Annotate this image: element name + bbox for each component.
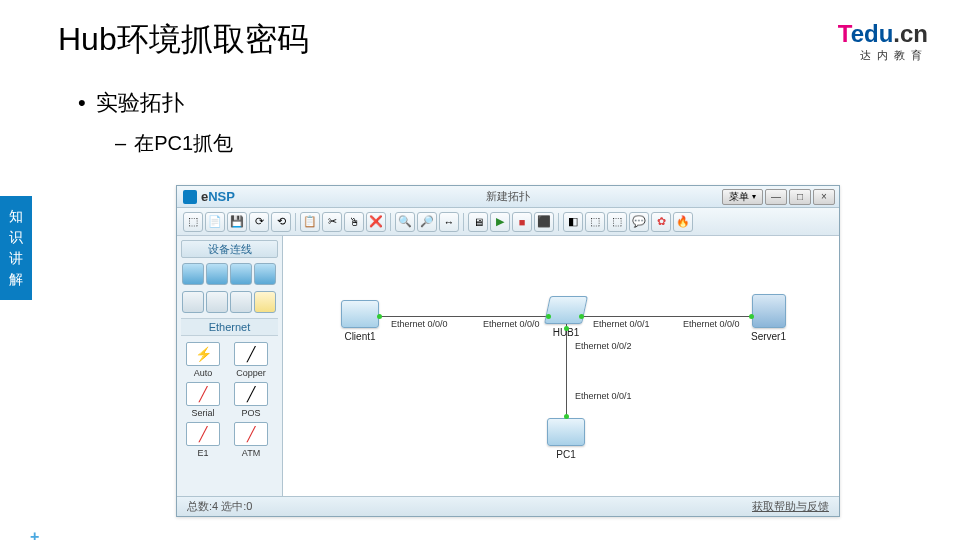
window-title: 新建拓扑: [486, 189, 530, 204]
client-icon: [341, 300, 379, 328]
palette-header: 设备连线: [181, 240, 278, 258]
status-count: 总数:4 选中:0: [187, 499, 252, 514]
titlebar[interactable]: eNSP 新建拓扑 菜单▾ — □ ×: [177, 186, 839, 208]
cat-pc-icon[interactable]: [182, 291, 204, 313]
tool-stop[interactable]: ■: [512, 212, 532, 232]
separator: [295, 213, 296, 231]
atm-icon: ╱: [234, 422, 268, 446]
conn-auto[interactable]: ⚡Auto: [181, 342, 225, 378]
cat-switch-icon[interactable]: [206, 263, 228, 285]
tool-capture[interactable]: ⬛: [534, 212, 554, 232]
category-row: [177, 260, 282, 288]
separator: [390, 213, 391, 231]
port-dot: [579, 314, 584, 319]
tool-cut[interactable]: ✂: [322, 212, 342, 232]
tool-chat[interactable]: 💬: [629, 212, 649, 232]
connection-list: ⚡Auto ╱Copper ╱Serial ╱POS ╱E1 ╱ATM: [177, 338, 282, 496]
port-label: Ethernet 0/0/2: [575, 341, 632, 351]
logo-subtitle: 达内教育: [838, 48, 928, 63]
port-label: Ethernet 0/0/0: [683, 319, 740, 329]
logo-cn: .cn: [893, 20, 928, 47]
close-button[interactable]: ×: [813, 189, 835, 205]
port-label: Ethernet 0/0/1: [575, 391, 632, 401]
conn-atm[interactable]: ╱ATM: [229, 422, 273, 458]
tool-select[interactable]: 🖱: [344, 212, 364, 232]
side-tab-knowledge: 知识讲解: [0, 196, 32, 300]
bullet-topology: 实验拓扑: [78, 88, 184, 118]
cat-device-icon[interactable]: [230, 291, 252, 313]
ensp-window: eNSP 新建拓扑 菜单▾ — □ × ⬚ 📄 💾 ⟳ ⟲ 📋 ✂ 🖱 ❌ 🔍 …: [176, 185, 840, 517]
tool-settings[interactable]: ✿: [651, 212, 671, 232]
plus-icon: +: [8, 536, 28, 540]
pc-icon: [547, 418, 585, 446]
port-dot: [546, 314, 551, 319]
conn-copper[interactable]: ╱Copper: [229, 342, 273, 378]
bullet-capture: 在PC1抓包: [115, 130, 233, 157]
tool-zoomout[interactable]: 🔎: [417, 212, 437, 232]
page-title: Hub环境抓取密码: [58, 18, 309, 62]
cat-wlan-icon[interactable]: [230, 263, 252, 285]
line-icon: ╱: [234, 342, 268, 366]
tool-paste[interactable]: 📋: [300, 212, 320, 232]
category-row: [177, 288, 282, 316]
app-icon: [183, 190, 197, 204]
separator: [463, 213, 464, 231]
port-dot: [564, 414, 569, 419]
separator: [558, 213, 559, 231]
statusbar: 总数:4 选中:0 获取帮助与反馈: [177, 496, 839, 516]
minimize-button[interactable]: —: [765, 189, 787, 205]
port-dot: [564, 326, 569, 331]
conn-e1[interactable]: ╱E1: [181, 422, 225, 458]
logo-t: T: [838, 20, 851, 47]
topology-canvas[interactable]: Ethernet 0/0/0 Ethernet 0/0/0 Ethernet 0…: [283, 236, 839, 496]
tool-new[interactable]: ⬚: [183, 212, 203, 232]
cat-firewall-icon[interactable]: [254, 263, 276, 285]
port-dot: [749, 314, 754, 319]
app-name: eNSP: [201, 189, 235, 204]
maximize-button[interactable]: □: [789, 189, 811, 205]
node-label: Server1: [751, 331, 786, 342]
tool-layout2[interactable]: ⬚: [585, 212, 605, 232]
link-hub-pc[interactable]: [566, 324, 567, 419]
menu-button[interactable]: 菜单▾: [722, 189, 763, 205]
tool-hot[interactable]: 🔥: [673, 212, 693, 232]
cat-connection-icon[interactable]: [254, 291, 276, 313]
serial-icon: ╱: [186, 382, 220, 406]
link-client-hub[interactable]: [378, 316, 553, 317]
cat-cloud-icon[interactable]: [206, 291, 228, 313]
tool-layout1[interactable]: ◧: [563, 212, 583, 232]
conn-serial[interactable]: ╱Serial: [181, 382, 225, 418]
hub-icon: [544, 296, 588, 324]
device-palette: 设备连线 Ethernet ⚡Auto ╱Copper ╱Serial ╱P: [177, 236, 283, 496]
tool-redo[interactable]: ⟳: [249, 212, 269, 232]
toolbar: ⬚ 📄 💾 ⟳ ⟲ 📋 ✂ 🖱 ❌ 🔍 🔎 ↔ 🖥 ▶ ■ ⬛ ◧ ⬚ ⬚ 💬 …: [177, 208, 839, 236]
tool-save[interactable]: 💾: [227, 212, 247, 232]
plus-icon: +: [30, 528, 39, 540]
tool-fit[interactable]: ↔: [439, 212, 459, 232]
tool-undo[interactable]: ⟲: [271, 212, 291, 232]
node-server[interactable]: Server1: [751, 294, 786, 342]
node-pc[interactable]: PC1: [547, 418, 585, 460]
node-client[interactable]: Client1: [341, 300, 379, 342]
conn-pos[interactable]: ╱POS: [229, 382, 273, 418]
logo-edu: edu: [851, 20, 894, 47]
tool-delete[interactable]: ❌: [366, 212, 386, 232]
status-help-link[interactable]: 获取帮助与反馈: [752, 499, 829, 514]
port-label: Ethernet 0/0/0: [391, 319, 448, 329]
tool-zoomin[interactable]: 🔍: [395, 212, 415, 232]
port-dot: [377, 314, 382, 319]
tool-start[interactable]: ▶: [490, 212, 510, 232]
tool-cli[interactable]: 🖥: [468, 212, 488, 232]
pos-icon: ╱: [234, 382, 268, 406]
logo: Tedu.cn 达内教育: [838, 22, 928, 63]
node-label: PC1: [556, 449, 575, 460]
port-label: Ethernet 0/0/0: [483, 319, 540, 329]
node-label: Client1: [344, 331, 375, 342]
link-hub-server[interactable]: [578, 316, 753, 317]
server-icon: [752, 294, 786, 328]
tool-layout3[interactable]: ⬚: [607, 212, 627, 232]
tool-open[interactable]: 📄: [205, 212, 225, 232]
cat-router-icon[interactable]: [182, 263, 204, 285]
section-label: Ethernet: [181, 318, 278, 336]
e1-icon: ╱: [186, 422, 220, 446]
